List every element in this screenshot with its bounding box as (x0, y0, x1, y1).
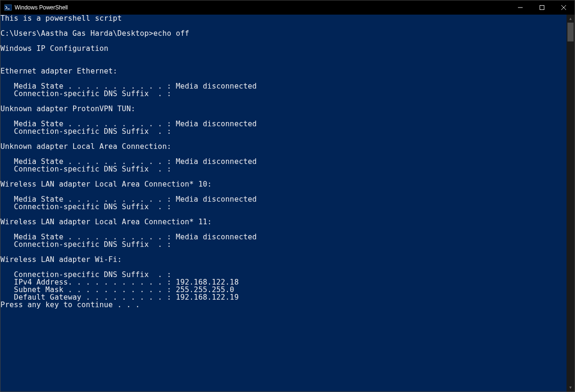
terminal-output[interactable]: This is a powershell script C:\Users\Aas… (0, 15, 567, 392)
window-controls (509, 0, 575, 15)
vertical-scrollbar[interactable]: ▲ ▼ (567, 15, 575, 392)
minimize-button[interactable] (509, 0, 531, 15)
maximize-button[interactable] (531, 0, 553, 15)
titlebar[interactable]: Windows PowerShell (0, 0, 575, 15)
scroll-down-arrow[interactable]: ▼ (567, 384, 575, 392)
svg-rect-0 (4, 5, 12, 10)
powershell-icon (4, 4, 12, 11)
window-title: Windows PowerShell (15, 4, 509, 11)
scrollbar-thumb[interactable] (567, 23, 574, 41)
svg-rect-3 (540, 6, 544, 10)
close-button[interactable] (553, 0, 575, 15)
powershell-window: Windows PowerShell This is a powershell … (0, 0, 575, 392)
scroll-up-arrow[interactable]: ▲ (567, 15, 575, 23)
terminal-area: This is a powershell script C:\Users\Aas… (0, 15, 575, 392)
